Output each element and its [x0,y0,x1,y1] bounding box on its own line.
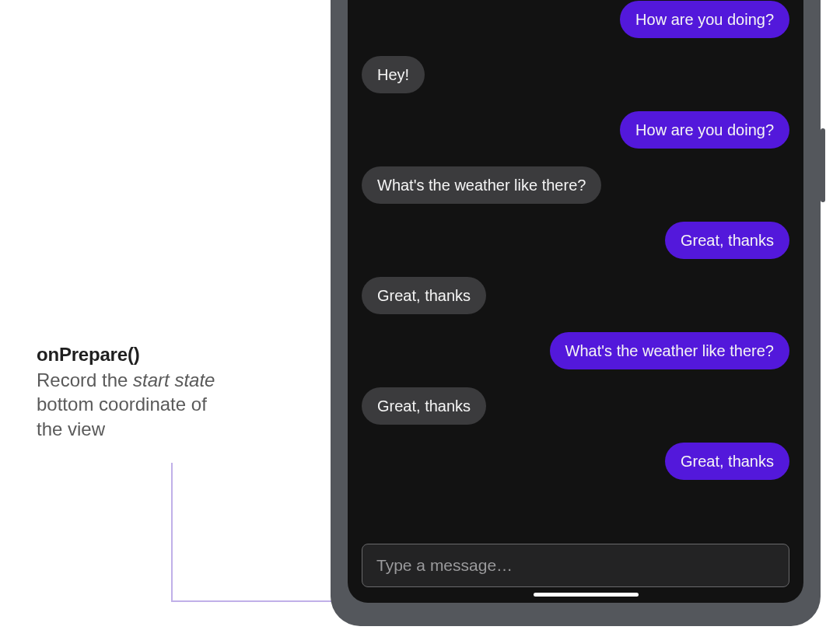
message-bubble-outgoing: How are you doing? [620,111,789,149]
annotation-text: bottom coordinate of [37,394,207,415]
message-bubble-incoming: Great, thanks [362,277,486,314]
home-indicator [534,593,639,597]
phone-screen: Great, thanks How are you doing? Hey! Ho… [348,0,803,603]
annotation-block: onPrepare() Record the start state botto… [37,342,278,441]
message-bubble-incoming: Hey! [362,56,425,93]
message-bubble-incoming: Great, thanks [362,387,486,425]
message-list[interactable]: Great, thanks How are you doing? Hey! Ho… [348,0,803,533]
annotation-text-italic: start state [133,369,215,390]
message-bubble-outgoing: Great, thanks [665,443,789,480]
phone-side-button [821,128,825,202]
message-input[interactable] [362,544,789,587]
annotation-text: the view [37,418,105,439]
message-bubble-outgoing: How are you doing? [620,1,789,38]
annotation-function-name: onPrepare() [37,342,278,366]
annotation-text: Record the [37,369,133,390]
message-bubble-incoming: What's the weather like there? [362,166,601,204]
message-bubble-outgoing: What's the weather like there? [550,332,789,369]
annotation-description: Record the start state bottom coordinate… [37,368,278,441]
message-bubble-outgoing: Great, thanks [665,222,789,259]
phone-frame: Great, thanks How are you doing? Hey! Ho… [331,0,821,626]
annotation-connector [171,463,173,602]
